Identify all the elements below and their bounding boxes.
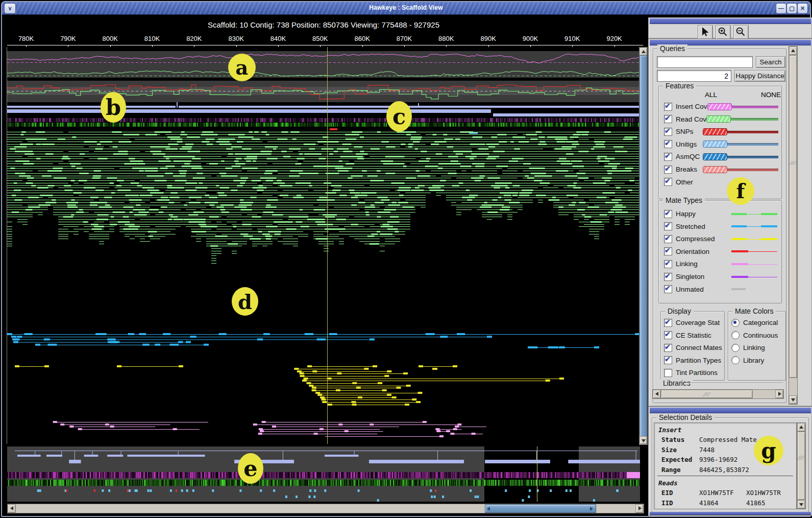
- display-row: Connect Mates: [664, 344, 724, 351]
- main-vertical-scrollbar[interactable]: [639, 47, 648, 445]
- right-arrow-icon: [638, 506, 642, 510]
- checkbox-stretched[interactable]: [664, 222, 672, 230]
- slider-handle[interactable]: [703, 153, 727, 160]
- feature-slider-unitigs[interactable]: [703, 140, 778, 148]
- select-tool-button[interactable]: [698, 25, 713, 39]
- selection-details-scrollbar[interactable]: ///: [797, 422, 806, 509]
- close-button[interactable]: ✕: [797, 3, 808, 14]
- checkbox-snps[interactable]: [664, 128, 672, 136]
- overview-canvas[interactable]: [7, 446, 640, 502]
- scroll-up-button[interactable]: [639, 48, 647, 56]
- overview-strip[interactable]: [7, 446, 640, 502]
- scroll-left-button[interactable]: [8, 504, 16, 513]
- scroll-right-button[interactable]: [635, 504, 644, 513]
- radio-library[interactable]: [731, 356, 740, 364]
- mate-color-label: Library: [743, 357, 764, 364]
- slider-handle[interactable]: [703, 166, 727, 173]
- mate-type-label: Stretched: [676, 223, 705, 230]
- mate-type-label: Linking: [676, 260, 698, 268]
- display-label: Connect Mates: [676, 344, 722, 351]
- mate-type-label: Compressed: [676, 235, 715, 243]
- libraries-scrollbar[interactable]: ///: [652, 389, 784, 399]
- radio-linking[interactable]: [731, 344, 740, 352]
- mate-color-row: Linking: [731, 344, 785, 351]
- display-label: Tint Partitions: [676, 369, 718, 376]
- mate-line-segment: [747, 214, 761, 215]
- feature-slider-snps[interactable]: [703, 128, 778, 135]
- panel-scroll-thumb[interactable]: ///: [789, 55, 797, 378]
- mate-type-rows: HappyStretchedCompressedOrientationLinki…: [659, 205, 781, 293]
- scaffold-canvas[interactable]: [7, 47, 640, 444]
- slider-handle[interactable]: [703, 140, 727, 148]
- checkbox-read-cov[interactable]: [664, 115, 672, 123]
- scaffold-view-area[interactable]: [7, 47, 641, 444]
- checkbox-orientation[interactable]: [664, 247, 672, 255]
- mate-line-segment: [747, 226, 761, 227]
- libraries-scroll-left[interactable]: [653, 390, 661, 398]
- feature-slider-read-cov[interactable]: [706, 115, 778, 123]
- panel-scroll-up[interactable]: [789, 46, 797, 55]
- feature-slider-breaks[interactable]: [703, 166, 778, 173]
- search-button[interactable]: Search: [756, 56, 785, 68]
- minimize-button[interactable]: —: [776, 3, 786, 14]
- checkbox-ce-statistic[interactable]: [664, 331, 672, 339]
- mate-type-row: Orientation: [664, 248, 781, 255]
- checkbox-breaks[interactable]: [664, 166, 672, 174]
- selection-details-content: InsertStatusCompressed MateSize7448Expec…: [654, 422, 797, 509]
- checkbox-coverage-stat[interactable]: [664, 319, 672, 327]
- toolbar-handle[interactable]: [650, 18, 811, 24]
- feature-slider-asmqc[interactable]: [703, 153, 778, 160]
- libraries-scroll-right[interactable]: [775, 390, 783, 398]
- ruler-tick-label: 880K: [438, 35, 454, 42]
- zoom-in-button[interactable]: [716, 25, 731, 39]
- up-arrow-icon: [799, 426, 803, 429]
- checkbox-unitigs[interactable]: [664, 140, 672, 148]
- slider-handle[interactable]: [706, 115, 731, 123]
- ruler-tick-label: 820K: [186, 35, 202, 42]
- mate-type-label: Orientation: [676, 248, 709, 255]
- maximize-button[interactable]: ▢: [786, 3, 797, 14]
- radio-continuous[interactable]: [731, 331, 740, 339]
- checkbox-compressed[interactable]: [664, 235, 672, 243]
- radio-categorical[interactable]: [731, 319, 740, 327]
- happy-distance-button[interactable]: Happy Distance: [734, 70, 785, 82]
- details-scroll-down[interactable]: [797, 500, 805, 509]
- happy-distance-input[interactable]: [657, 70, 731, 82]
- slider-handle[interactable]: [707, 103, 732, 110]
- checkbox-tint-partitions[interactable]: [664, 369, 672, 377]
- slider-handle[interactable]: [703, 128, 727, 135]
- vertical-scroll-thumb[interactable]: [639, 55, 647, 437]
- checkbox-unmated[interactable]: [664, 285, 672, 293]
- selection-details-handle[interactable]: [650, 408, 811, 413]
- checkbox-connect-mates[interactable]: [664, 344, 672, 352]
- details-scroll-thumb[interactable]: ///: [797, 432, 805, 500]
- checkbox-other[interactable]: [664, 178, 672, 186]
- checkbox-linking[interactable]: [664, 260, 672, 268]
- libraries-scroll-thumb[interactable]: ///: [661, 390, 753, 398]
- zoom-out-button[interactable]: [733, 25, 749, 39]
- ruler-tick-label: 800K: [102, 35, 117, 42]
- checkbox-partition-types[interactable]: [664, 356, 672, 364]
- mate-color-row: Library: [731, 357, 785, 364]
- checkbox-insert-cov[interactable]: [664, 103, 672, 111]
- scroll-down-button[interactable]: [639, 436, 647, 444]
- mate-line-segment: [761, 213, 777, 215]
- mate-types-label: Mate Types: [663, 196, 705, 204]
- horizontal-scroll-thumb[interactable]: [485, 504, 596, 513]
- feature-row: Unitigs: [664, 140, 781, 148]
- ruler-tick-label: 830K: [228, 35, 243, 42]
- details-scroll-up[interactable]: [797, 423, 805, 432]
- details-section-header: Reads: [658, 479, 678, 487]
- checkbox-happy[interactable]: [664, 210, 672, 218]
- checkbox-asmqc[interactable]: [664, 153, 672, 161]
- app-window: ∨ Hawkeye : Scaffold View — ▢ ✕ Scaffold…: [1, 1, 811, 517]
- panel-scroll-down[interactable]: [789, 395, 797, 404]
- details-key: EID: [661, 489, 673, 497]
- mate-color-label: Continuous: [743, 332, 778, 339]
- panel-vertical-scrollbar[interactable]: ///: [789, 46, 798, 405]
- search-input[interactable]: [657, 56, 753, 68]
- feature-slider-insert-cov[interactable]: [707, 103, 778, 110]
- checkbox-singleton[interactable]: [664, 273, 672, 281]
- main-horizontal-scrollbar[interactable]: [7, 504, 644, 513]
- mate-line-segment: [731, 288, 746, 290]
